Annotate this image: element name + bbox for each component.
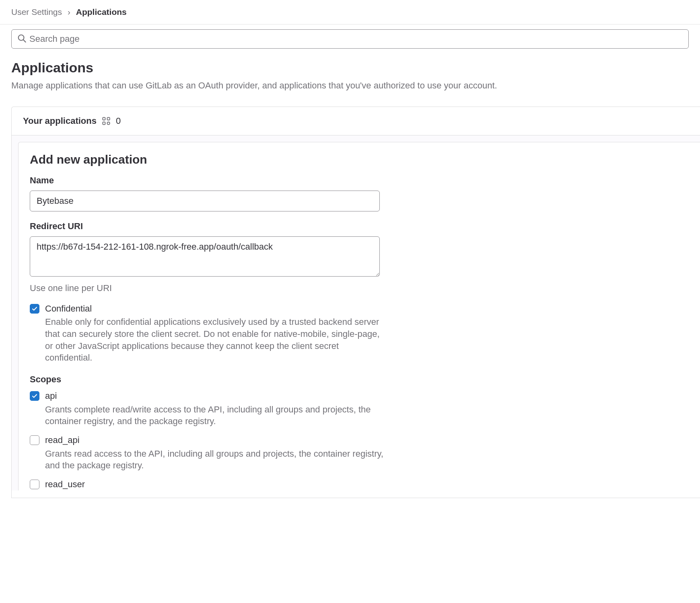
page-subtitle: Manage applications that can use GitLab … — [11, 80, 689, 92]
name-label: Name — [30, 175, 689, 186]
svg-rect-2 — [103, 117, 105, 120]
panel-header: Your applications 0 — [12, 107, 700, 135]
scope-read-api-label: read_api — [45, 435, 689, 446]
your-applications-title: Your applications — [23, 116, 97, 126]
scopes-heading: Scopes — [30, 374, 689, 385]
add-application-form: Add new application Name Redirect URI Us… — [18, 142, 700, 490]
form-title: Add new application — [30, 153, 689, 166]
applications-panel: Your applications 0 Add new application … — [11, 107, 700, 498]
confidential-label: Confidential — [45, 303, 689, 315]
search-input[interactable] — [29, 34, 683, 44]
confidential-desc: Enable only for confidential application… — [45, 316, 387, 364]
scope-read-api-checkbox[interactable] — [30, 435, 39, 445]
scope-api-checkbox[interactable] — [30, 391, 39, 401]
search-icon — [17, 34, 26, 44]
scope-read-api-desc: Grants read access to the API, including… — [45, 448, 387, 472]
applications-icon — [102, 117, 110, 125]
scope-api-desc: Grants complete read/write access to the… — [45, 404, 387, 427]
search-box[interactable] — [11, 29, 689, 49]
redirect-uri-help: Use one line per URI — [30, 283, 689, 293]
scope-read-user-checkbox[interactable] — [30, 480, 39, 489]
svg-point-5 — [107, 122, 109, 124]
scope-api-label: api — [45, 390, 689, 402]
breadcrumb-current: Applications — [76, 7, 127, 16]
page-title: Applications — [11, 60, 689, 76]
applications-count: 0 — [116, 116, 121, 126]
svg-rect-3 — [107, 117, 109, 120]
svg-rect-4 — [103, 122, 105, 124]
scope-read-user-label: read_user — [45, 479, 689, 490]
redirect-uri-label: Redirect URI — [30, 221, 689, 232]
name-input[interactable] — [30, 191, 380, 211]
svg-line-1 — [23, 40, 26, 42]
breadcrumb-parent[interactable]: User Settings — [11, 7, 62, 16]
chevron-right-icon: › — [68, 7, 70, 16]
confidential-checkbox[interactable] — [30, 304, 39, 314]
redirect-uri-input[interactable] — [30, 236, 380, 277]
breadcrumb: User Settings › Applications — [0, 0, 700, 25]
